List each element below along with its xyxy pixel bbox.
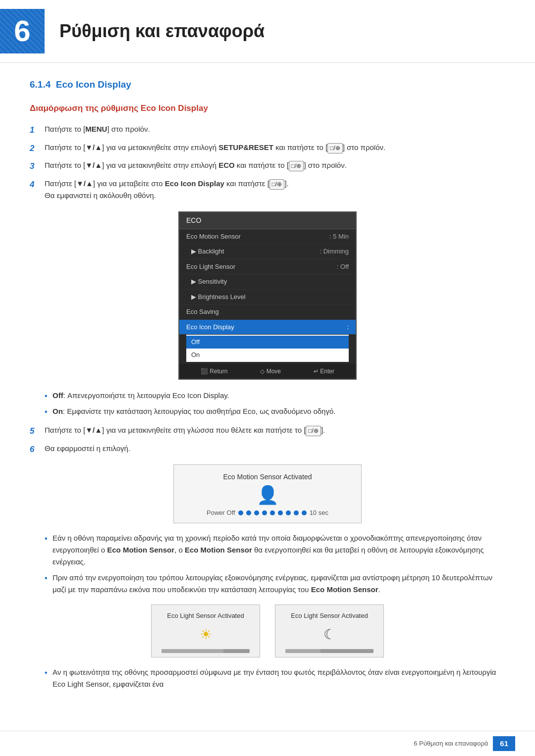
steps-cont-list: 5 Πατήστε το [▼/▲] για να μετακινηθείτε … — [30, 424, 505, 455]
step-2: 2 Πατήστε το [▼/▲] για να μετακινηθείτε … — [30, 142, 505, 155]
footer-move: ◇ Move — [260, 367, 281, 376]
dot-6 — [278, 510, 283, 515]
eco-menu: ECO Eco Motion Sensor : 5 Min ▶ Backligh… — [178, 211, 357, 380]
light-sensor-box-moon: Eco Light Sensor Activated ☾ — [275, 605, 384, 658]
motion-sensor-image: Eco Motion Sensor Activated 👤 Power Off … — [30, 464, 505, 523]
steps-list: 1 Πατήστε το [MENU] στο προϊόν. 2 Πατήστ… — [30, 123, 505, 202]
dot-3 — [254, 510, 259, 515]
eco-menu-row-light-sensor: Eco Light Sensor : Off — [179, 259, 356, 275]
step-num-4: 4 — [30, 178, 45, 191]
dot-9 — [302, 510, 307, 515]
page-footer: 6 Ρύθμιση και επαναφορά 61 — [0, 731, 535, 756]
step-1: 1 Πατήστε το [MENU] στο προϊόν. — [30, 123, 505, 137]
dot-7 — [286, 510, 291, 515]
option-on: On: Εμφανίστε την κατάσταση λειτουργίας … — [45, 405, 505, 417]
step-text-4: Πατήστε [▼/▲] για να μεταβείτε στο Eco I… — [45, 178, 505, 202]
power-off-label: Power Off — [207, 508, 235, 518]
moon-icon: ☾ — [323, 624, 336, 645]
dot-5 — [270, 510, 275, 515]
dot-1 — [238, 510, 243, 515]
step-num-6: 6 — [30, 443, 45, 456]
eco-menu-footer: ⬛ Return ◇ Move ↵ Enter — [179, 364, 356, 379]
sensor-dots-row: Power Off 10 sec — [207, 508, 328, 518]
motion-bullet-2: Πριν από την ενεργοποίηση του τρόπου λει… — [45, 572, 505, 596]
brightness-fill-moon — [285, 649, 321, 653]
step-num-1: 1 — [30, 123, 45, 137]
footer-chapter-text: 6 Ρύθμιση και επαναφορά — [414, 739, 488, 749]
subsection-title: Διαμόρφωση της ρύθμισης Eco Icon Display — [30, 102, 505, 115]
light-sensor-row: Eco Light Sensor Activated ☀ Eco Light S… — [30, 605, 505, 658]
eco-menu-screenshot: ECO Eco Motion Sensor : 5 Min ▶ Backligh… — [30, 211, 505, 380]
motion-sensor-title: Eco Motion Sensor Activated — [223, 472, 312, 482]
section-number: 6.1.4 — [30, 79, 51, 90]
chapter-number: 6 — [0, 9, 45, 53]
motion-bullets: Εάν η οθόνη παραμείνει αδρανής για τη χρ… — [45, 532, 505, 596]
main-content: 6.1.4 Eco Icon Display Διαμόρφωση της ρύ… — [0, 63, 535, 712]
step-text-5: Πατήστε το [▼/▲] για να μετακινηθείτε στ… — [45, 424, 505, 436]
section-title-text: Eco Icon Display — [56, 79, 131, 90]
motion-sensor-box: Eco Motion Sensor Activated 👤 Power Off … — [173, 464, 362, 523]
eco-dropdown-off: Off — [186, 336, 349, 349]
option-off: Off: Απενεργοποιήστε τη λειτουργία Eco I… — [45, 390, 505, 402]
step-6: 6 Θα εφαρμοστεί η επιλογή. — [30, 443, 505, 456]
eco-menu-row-backlight: ▶ Backlight : Dimming — [179, 244, 356, 259]
sun-icon: ☀ — [200, 624, 212, 645]
step-text-3: Πατήστε το [▼/▲] για να μετακινηθείτε στ… — [45, 159, 505, 171]
chapter-num-text: 6 — [14, 9, 30, 53]
dot-8 — [294, 510, 299, 515]
step-text-1: Πατήστε το [MENU] στο προϊόν. — [45, 123, 505, 135]
last-bullet: Αν η φωτεινότητα της οθόνης προσαρμοστεί… — [45, 666, 505, 690]
light-sensor-box-sun: Eco Light Sensor Activated ☀ — [151, 605, 260, 658]
step-num-5: 5 — [30, 424, 45, 438]
time-label: 10 sec — [310, 508, 328, 518]
section-title: 6.1.4 Eco Icon Display — [30, 78, 505, 92]
eco-menu-row-icon-display: Eco Icon Display : — [179, 320, 356, 335]
dot-4 — [262, 510, 267, 515]
step-text-6: Θα εφαρμοστεί η επιλογή. — [45, 443, 505, 454]
step-num-2: 2 — [30, 142, 45, 155]
motion-bullet-1: Εάν η οθόνη παραμείνει αδρανής για τη χρ… — [45, 532, 505, 568]
eco-menu-row-brightness: ▶ Brightness Level — [179, 290, 356, 305]
eco-menu-row-sensitivity: ▶ Sensitivity — [179, 274, 356, 290]
chapter-title: Ρύθμιση και επαναφορά — [45, 18, 265, 45]
step-num-3: 3 — [30, 159, 45, 173]
light-sensor-title-1: Eco Light Sensor Activated — [167, 611, 244, 621]
eco-dropdown-on: On — [186, 349, 349, 361]
eco-menu-row-saving: Eco Saving — [179, 304, 356, 320]
step-4: 4 Πατήστε [▼/▲] για να μεταβείτε στο Eco… — [30, 178, 505, 202]
eco-dropdown: Off On — [186, 335, 349, 362]
person-icon: 👤 — [257, 486, 279, 504]
eco-menu-row-motion: Eco Motion Sensor : 5 Min — [179, 229, 356, 245]
footer-page-num: 61 — [493, 736, 515, 752]
brightness-bar-moon — [285, 649, 374, 653]
brightness-bar-sun — [161, 649, 250, 653]
step-3: 3 Πατήστε το [▼/▲] για να μετακινηθείτε … — [30, 159, 505, 173]
last-bullet-list: Αν η φωτεινότητα της οθόνης προσαρμοστεί… — [45, 666, 505, 690]
step-5: 5 Πατήστε το [▼/▲] για να μετακινηθείτε … — [30, 424, 505, 438]
page-header: 6 Ρύθμιση και επαναφορά — [0, 0, 535, 63]
footer-return: ⬛ Return — [201, 367, 227, 376]
footer-enter: ↵ Enter — [314, 367, 334, 376]
options-list: Off: Απενεργοποιήστε τη λειτουργία Eco I… — [45, 390, 505, 417]
dot-2 — [246, 510, 251, 515]
light-sensor-title-2: Eco Light Sensor Activated — [291, 611, 368, 621]
eco-menu-title: ECO — [179, 212, 356, 229]
brightness-fill-sun — [161, 649, 223, 653]
step-text-2: Πατήστε το [▼/▲] για να μετακινηθείτε στ… — [45, 142, 505, 153]
